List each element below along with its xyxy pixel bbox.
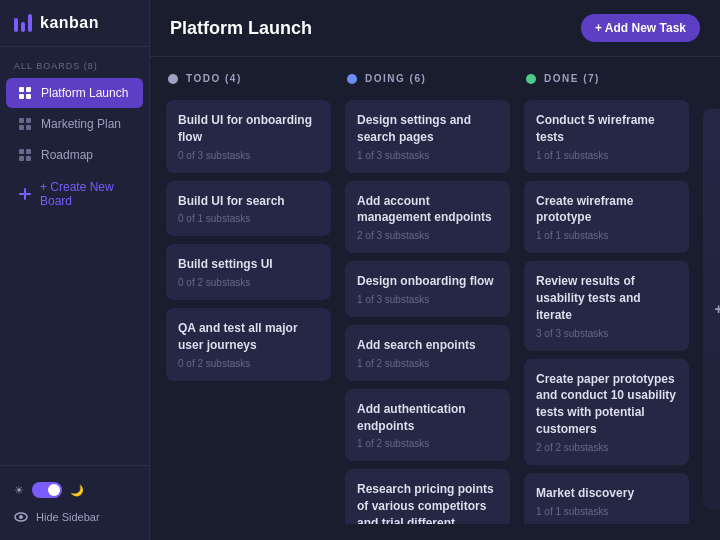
cards-list-todo: Build UI for onboarding flow0 of 3 subst… [166,100,331,524]
svg-rect-0 [19,87,24,92]
card-title: Market discovery [536,485,677,502]
card-subtasks: 1 of 2 substasks [357,358,498,369]
toggle-thumb [48,484,60,496]
new-board-label: + Create New Board [40,180,131,208]
card-title: Add search enpoints [357,337,498,354]
sidebar-item-label: Platform Launch [41,86,128,100]
card-subtasks: 2 of 3 substasks [357,230,498,241]
card-title: Build UI for onboarding flow [178,112,319,146]
svg-rect-6 [19,125,24,130]
sun-icon: ☀ [14,484,24,497]
card-subtasks: 1 of 1 substasks [536,230,677,241]
sidebar-item-marketing-plan[interactable]: Marketing Plan [6,109,143,139]
page-title: Platform Launch [170,18,312,39]
card-title: Design onboarding flow [357,273,498,290]
task-card[interactable]: Build UI for search0 of 1 substasks [166,181,331,237]
card-title: Create paper prototypes and conduct 10 u… [536,371,677,438]
svg-rect-11 [26,156,31,161]
card-title: Create wireframe prototype [536,193,677,227]
column-header-doing: DOING (6) [345,73,510,90]
column-dot-done [526,74,536,84]
svg-point-15 [19,515,23,519]
card-subtasks: 1 of 2 substasks [357,438,498,449]
svg-rect-3 [26,94,31,99]
task-card[interactable]: Create paper prototypes and conduct 10 u… [524,359,689,465]
task-card[interactable]: Conduct 5 wireframe tests1 of 1 substask… [524,100,689,173]
task-card[interactable]: Add search enpoints1 of 2 substasks [345,325,510,381]
board-area: TODO (4)Build UI for onboarding flow0 of… [150,57,720,540]
svg-rect-2 [19,94,24,99]
svg-rect-5 [26,118,31,123]
svg-rect-8 [19,149,24,154]
card-subtasks: 1 of 1 substasks [536,150,677,161]
plus-icon [18,187,32,201]
card-subtasks: 1 of 1 substasks [536,506,677,517]
sidebar-bottom: ☀ 🌙 Hide Sidebar [0,465,149,540]
card-subtasks: 0 of 2 substasks [178,277,319,288]
sidebar-nav: Platform LaunchMarketing PlanRoadmap [0,77,149,171]
card-title: Conduct 5 wireframe tests [536,112,677,146]
task-card[interactable]: Review results of usability tests and it… [524,261,689,350]
hide-sidebar-button[interactable]: Hide Sidebar [8,504,141,530]
moon-icon: 🌙 [70,484,84,497]
column-dot-doing [347,74,357,84]
theme-toggle-row: ☀ 🌙 [8,476,141,504]
board-icon [18,117,32,131]
column-label-doing: DOING (6) [365,73,426,84]
task-card[interactable]: QA and test all major user journeys0 of … [166,308,331,381]
theme-toggle[interactable] [32,482,62,498]
card-title: Add authentication endpoints [357,401,498,435]
boards-section-label: ALL BOARDS (8) [0,47,149,77]
card-title: Research pricing points of various compe… [357,481,498,524]
card-subtasks: 0 of 2 substasks [178,358,319,369]
logo-area: kanban [0,0,149,47]
card-subtasks: 0 of 3 substasks [178,150,319,161]
sidebar-item-label: Roadmap [41,148,93,162]
main-content: Platform Launch + Add New Task TODO (4)B… [150,0,720,540]
card-subtasks: 1 of 3 substasks [357,294,498,305]
hide-sidebar-label: Hide Sidebar [36,511,100,523]
logo-icon [14,14,32,32]
card-title: Build settings UI [178,256,319,273]
task-card[interactable]: Research pricing points of various compe… [345,469,510,524]
card-subtasks: 0 of 1 substasks [178,213,319,224]
task-card[interactable]: Add authentication endpoints1 of 2 subst… [345,389,510,462]
column-dot-todo [168,74,178,84]
svg-rect-9 [26,149,31,154]
column-label-done: DONE (7) [544,73,600,84]
new-column-button[interactable]: + New Column [703,109,720,509]
svg-rect-10 [19,156,24,161]
card-subtasks: 1 of 3 substasks [357,150,498,161]
task-card[interactable]: Market discovery1 of 1 substasks [524,473,689,524]
task-card[interactable]: Design onboarding flow1 of 3 substasks [345,261,510,317]
sidebar-item-platform-launch[interactable]: Platform Launch [6,78,143,108]
card-subtasks: 3 of 3 substasks [536,328,677,339]
task-card[interactable]: Build UI for onboarding flow0 of 3 subst… [166,100,331,173]
add-task-button[interactable]: + Add New Task [581,14,700,42]
sidebar: kanban ALL BOARDS (8) Platform LaunchMar… [0,0,150,540]
card-title: Design settings and search pages [357,112,498,146]
new-column-area: + New Column [703,73,720,524]
board-icon [18,86,32,100]
svg-rect-4 [19,118,24,123]
task-card[interactable]: Create wireframe prototype1 of 1 substas… [524,181,689,254]
svg-rect-7 [26,125,31,130]
task-card[interactable]: Build settings UI0 of 2 substasks [166,244,331,300]
task-card[interactable]: Add account management endpoints2 of 3 s… [345,181,510,254]
card-title: Review results of usability tests and it… [536,273,677,323]
column-done: DONE (7)Conduct 5 wireframe tests1 of 1 … [524,73,689,524]
create-new-board-button[interactable]: + Create New Board [6,172,143,216]
card-title: Build UI for search [178,193,319,210]
sidebar-item-label: Marketing Plan [41,117,121,131]
cards-list-doing: Design settings and search pages1 of 3 s… [345,100,510,524]
logo-text: kanban [40,14,99,32]
task-card[interactable]: Design settings and search pages1 of 3 s… [345,100,510,173]
board-icon [18,148,32,162]
svg-rect-1 [26,87,31,92]
column-header-todo: TODO (4) [166,73,331,90]
card-title: QA and test all major user journeys [178,320,319,354]
cards-list-done: Conduct 5 wireframe tests1 of 1 substask… [524,100,689,524]
card-title: Add account management endpoints [357,193,498,227]
sidebar-item-roadmap[interactable]: Roadmap [6,140,143,170]
card-subtasks: 2 of 2 substasks [536,442,677,453]
